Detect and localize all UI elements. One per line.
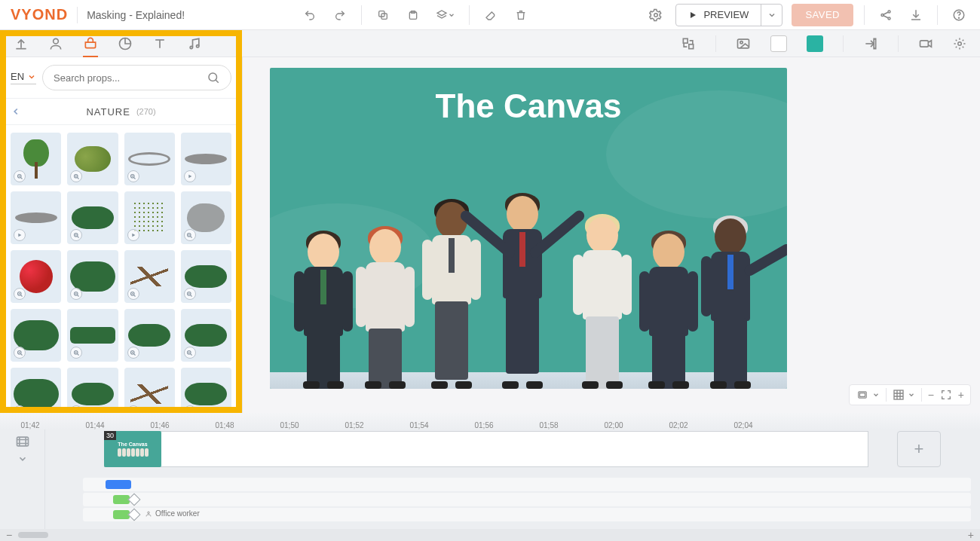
search-box[interactable] — [42, 65, 231, 90]
zoom-badge-icon — [184, 405, 196, 413]
saved-button[interactable]: SAVED — [792, 4, 853, 26]
image-bg-icon[interactable] — [736, 36, 751, 51]
time-mark: 02;04 — [733, 421, 752, 429]
layers-icon[interactable] — [433, 5, 458, 26]
shrub1-prop[interactable] — [181, 250, 231, 303]
help-icon[interactable] — [948, 5, 969, 26]
yellow-bush-prop[interactable] — [67, 133, 118, 185]
eraser-icon[interactable] — [480, 5, 501, 26]
category-header: NATURE (270) — [0, 98, 242, 125]
scene-settings-icon[interactable] — [953, 37, 966, 50]
hedge-prop[interactable] — [67, 309, 118, 362]
object-track1[interactable] — [83, 493, 971, 506]
zoom-in-icon[interactable]: + — [958, 389, 964, 401]
category-name: NATURE — [86, 106, 130, 118]
download-icon[interactable] — [905, 5, 926, 26]
settings-icon[interactable] — [645, 5, 666, 26]
rock-prop[interactable] — [181, 191, 231, 244]
woman-red-hair[interactable] — [351, 229, 419, 389]
man-suit-green-tie[interactable] — [289, 234, 357, 389]
time-mark: 01;58 — [539, 421, 558, 429]
search-input[interactable] — [54, 72, 201, 84]
add-scene-button[interactable]: + — [897, 431, 941, 467]
redo-icon[interactable] — [329, 5, 351, 26]
props-tab-icon[interactable] — [83, 30, 98, 57]
trap-alt-prop[interactable] — [11, 191, 61, 244]
svg-rect-40 — [859, 393, 865, 397]
language-selector[interactable]: EN — [11, 71, 36, 84]
paste-icon[interactable] — [403, 5, 424, 26]
preview-dropdown[interactable] — [761, 5, 782, 26]
shrub7-prop[interactable] — [181, 368, 231, 413]
shrub2-prop[interactable] — [11, 309, 61, 362]
trap-open-prop[interactable] — [124, 133, 175, 185]
prop-grid[interactable] — [0, 125, 242, 413]
dense-bush-prop[interactable] — [67, 250, 118, 303]
shrub3-prop[interactable] — [124, 309, 175, 362]
copy-icon[interactable] — [372, 5, 394, 26]
scroll-plus-icon[interactable]: + — [968, 529, 974, 541]
keyframe-diamond-icon[interactable] — [128, 494, 141, 506]
grid-mode-icon[interactable] — [893, 389, 915, 401]
scene-duration-block[interactable] — [104, 431, 868, 467]
background-color-white[interactable] — [770, 35, 787, 52]
flowers-prop[interactable] — [11, 250, 61, 303]
collapse-chevron-icon[interactable] — [17, 454, 28, 464]
fallen-branch-prop[interactable] — [124, 368, 175, 413]
audio-tab-icon[interactable] — [187, 30, 202, 57]
background-color-teal[interactable] — [807, 35, 823, 52]
shrub4-prop[interactable] — [181, 309, 231, 362]
brand-logo[interactable]: VYOND — [11, 6, 68, 23]
trap-closed-prop[interactable] — [181, 133, 231, 185]
woman-blonde[interactable] — [568, 217, 636, 389]
preview-button[interactable]: PREVIEW — [676, 5, 761, 26]
spores-prop[interactable] — [124, 191, 175, 244]
scroll-minus-icon[interactable]: − — [6, 529, 12, 541]
share-icon[interactable] — [875, 5, 896, 26]
text-tab-icon[interactable] — [152, 30, 167, 57]
upload-tab-icon[interactable] — [14, 30, 29, 57]
tree-prop[interactable] — [11, 133, 61, 185]
stage[interactable]: The Canvas — [270, 68, 787, 389]
zoom-badge-icon — [70, 229, 82, 241]
track-label: Office worker — [145, 509, 200, 518]
green-bush-prop[interactable] — [67, 191, 118, 244]
fit-screen-icon[interactable] — [940, 389, 952, 401]
keyframe-diamond-icon[interactable] — [128, 509, 141, 521]
scroll-thumb[interactable] — [18, 532, 48, 538]
woman-brown-suit[interactable] — [635, 234, 703, 389]
zoom-badge-icon — [184, 347, 196, 359]
play-badge-icon — [127, 229, 139, 241]
scene-thumbnail[interactable]: 30The Canvas — [104, 431, 161, 467]
time-ruler[interactable]: 01;4201;4401;4601;4801;5001;5201;5401;56… — [0, 413, 980, 429]
chart-tab-icon[interactable] — [118, 30, 133, 57]
undo-icon[interactable] — [299, 5, 320, 26]
zoom-badge-icon — [14, 347, 26, 359]
audio-track[interactable] — [83, 478, 971, 491]
shrub5-prop[interactable] — [11, 368, 61, 413]
scene-number-badge: 30 — [104, 431, 116, 440]
shrub6-prop[interactable] — [67, 368, 118, 413]
canvas-area[interactable]: The Canvas − + — [243, 57, 980, 413]
track-segment[interactable] — [106, 480, 131, 489]
zoom-badge-icon — [14, 405, 26, 413]
object-track2[interactable]: Office worker — [83, 508, 971, 521]
branch-prop[interactable] — [124, 250, 175, 303]
svg-point-6 — [888, 11, 890, 13]
character-tab-icon[interactable] — [48, 30, 63, 57]
man-wave-blue-tie[interactable] — [697, 219, 764, 389]
trash-icon[interactable] — [510, 5, 531, 26]
enter-transition-icon[interactable] — [863, 36, 878, 51]
viewport-mode-icon[interactable] — [856, 390, 880, 400]
camera-icon[interactable] — [918, 36, 933, 51]
zoom-out-icon[interactable]: − — [928, 389, 934, 401]
horizontal-scrollbar[interactable]: − + — [0, 529, 980, 541]
asset-panel: EN NATURE (270) — [0, 57, 243, 413]
project-title[interactable]: Masking - Explained! — [87, 9, 185, 21]
swap-icon[interactable] — [681, 36, 696, 51]
tracks-area[interactable]: 30The Canvas+Office worker — [74, 429, 980, 529]
man-arms-up-center[interactable] — [488, 196, 556, 389]
zoom-badge-icon — [14, 288, 26, 300]
category-back-icon[interactable] — [11, 106, 21, 117]
filmstrip-icon[interactable] — [15, 434, 30, 449]
